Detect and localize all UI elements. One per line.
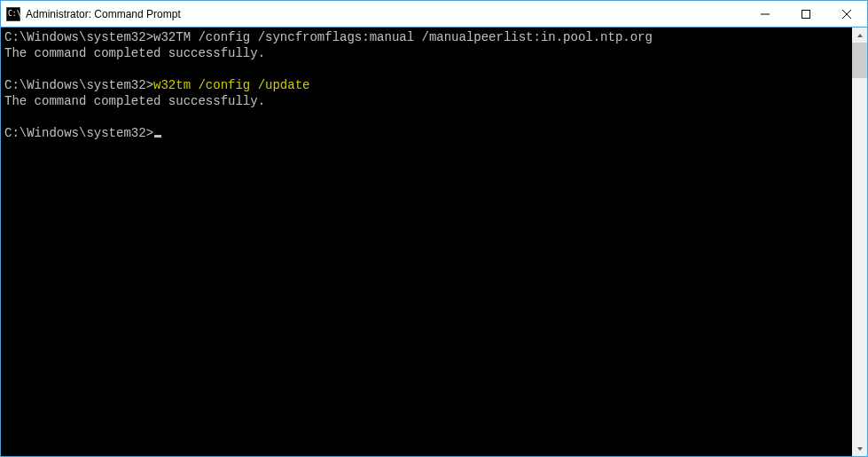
svg-marker-8: [857, 447, 863, 451]
prompt-text: C:\Windows\system32>: [4, 126, 153, 140]
command-text: w32TM /config /syncfromflags:manual /man…: [153, 30, 653, 44]
maximize-button[interactable]: [786, 1, 826, 27]
terminal-line: The command completed successfully.: [4, 45, 848, 61]
svg-rect-4: [802, 10, 810, 18]
minimize-button[interactable]: [745, 1, 786, 27]
scrollbar-thumb[interactable]: [852, 43, 867, 78]
vertical-scrollbar[interactable]: [852, 28, 867, 456]
prompt-text: C:\Windows\system32>: [4, 30, 153, 44]
scroll-down-button[interactable]: [852, 441, 867, 456]
cmd-icon: C:\: [6, 7, 20, 21]
svg-marker-7: [857, 34, 863, 37]
window-title: Administrator: Command Prompt: [26, 8, 181, 20]
command-prompt-window: C:\ Administrator: Command Prompt C:\Win…: [0, 0, 868, 457]
terminal-line: C:\Windows\system32>w32tm /config /updat…: [4, 77, 848, 93]
titlebar[interactable]: C:\ Administrator: Command Prompt: [1, 1, 867, 28]
svg-text:C:\: C:\: [8, 10, 20, 18]
cursor: [154, 135, 161, 138]
client-area: C:\Windows\system32>w32TM /config /syncf…: [1, 28, 867, 456]
command-text: w32tm /config /update: [153, 78, 309, 92]
scrollbar-track[interactable]: [852, 43, 867, 441]
terminal-line: C:\Windows\system32>: [4, 125, 848, 141]
terminal-line: [4, 109, 848, 125]
close-button[interactable]: [826, 1, 867, 27]
terminal-output[interactable]: C:\Windows\system32>w32TM /config /syncf…: [1, 28, 852, 456]
prompt-text: C:\Windows\system32>: [4, 78, 153, 92]
terminal-line: [4, 61, 848, 77]
terminal-line: C:\Windows\system32>w32TM /config /syncf…: [4, 29, 848, 45]
scroll-up-button[interactable]: [852, 28, 867, 43]
terminal-line: The command completed successfully.: [4, 93, 848, 109]
